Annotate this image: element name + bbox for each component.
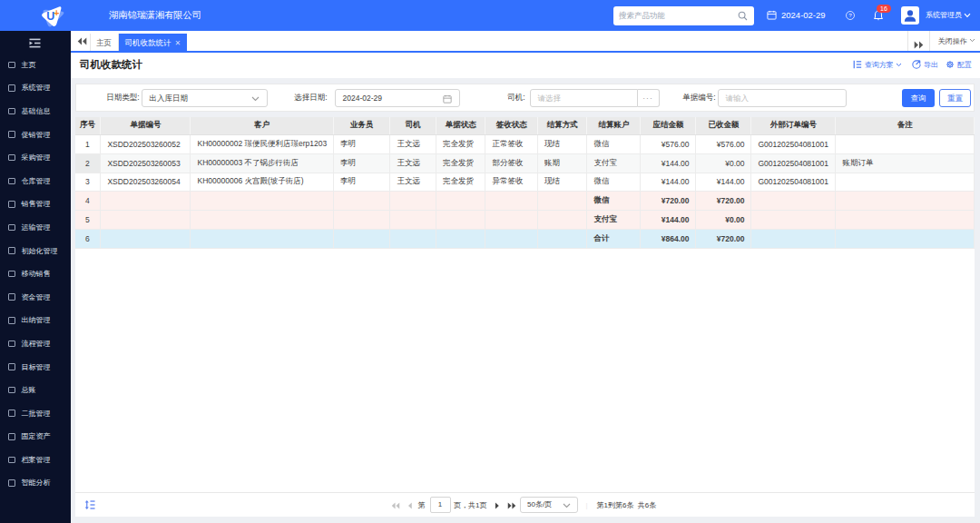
svg-text:+: + (54, 7, 59, 18)
svg-text:?: ? (848, 12, 852, 18)
